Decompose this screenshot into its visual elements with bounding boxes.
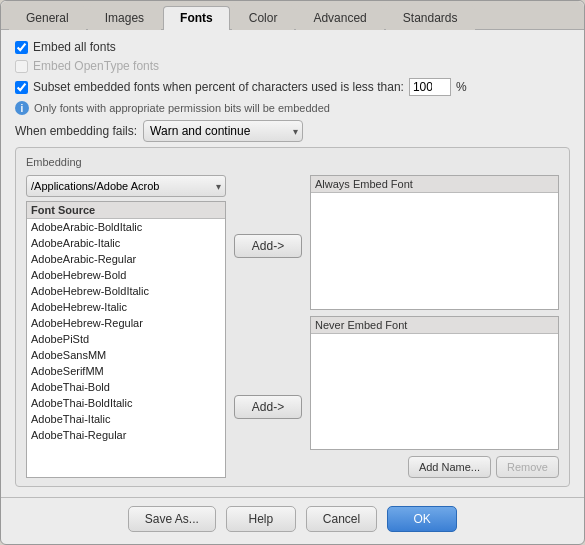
font-list-container[interactable]: Font Source AdobeArabic-BoldItalic Adobe…	[26, 201, 226, 478]
subset-value-input[interactable]	[409, 78, 451, 96]
always-embed-content[interactable]	[311, 193, 558, 309]
left-panel: /Applications/Adobe Acrob Font Source Ad…	[26, 175, 226, 478]
tab-advanced[interactable]: Advanced	[296, 6, 383, 30]
save-as-button[interactable]: Save As...	[128, 506, 216, 532]
list-item[interactable]: AdobeHebrew-BoldItalic	[27, 283, 225, 299]
list-item[interactable]: AdobePiStd	[27, 331, 225, 347]
embedding-title: Embedding	[26, 156, 559, 168]
path-select[interactable]: /Applications/Adobe Acrob	[26, 175, 226, 197]
tab-fonts[interactable]: Fonts	[163, 6, 230, 30]
embedding-inner: /Applications/Adobe Acrob Font Source Ad…	[26, 175, 559, 478]
info-icon: i	[15, 101, 29, 115]
embed-all-fonts-label: Embed all fonts	[33, 40, 116, 54]
tab-images[interactable]: Images	[88, 6, 161, 30]
middle-buttons: Add-> Add->	[234, 175, 302, 478]
list-item[interactable]: AdobeArabic-Italic	[27, 235, 225, 251]
always-embed-box: Always Embed Font	[310, 175, 559, 310]
subset-checkbox[interactable]	[15, 81, 28, 94]
embed-opentype-label: Embed OpenType fonts	[33, 59, 159, 73]
info-text: Only fonts with appropriate permission b…	[34, 102, 330, 114]
tab-bar: General Images Fonts Color Advanced Stan…	[1, 1, 584, 30]
embed-actions: Add Name... Remove	[310, 456, 559, 478]
list-item[interactable]: AdobeArabic-Regular	[27, 251, 225, 267]
bottom-bar: Save As... Help Cancel OK	[1, 497, 584, 544]
list-item[interactable]: AdobeThai-Regular	[27, 427, 225, 443]
list-item[interactable]: AdobeThai-Italic	[27, 411, 225, 427]
list-item[interactable]: AdobeSerifMM	[27, 363, 225, 379]
list-item[interactable]: AdobeHebrew-Bold	[27, 267, 225, 283]
ok-button[interactable]: OK	[387, 506, 457, 532]
list-item[interactable]: AdobeSansMM	[27, 347, 225, 363]
tab-color[interactable]: Color	[232, 6, 295, 30]
list-item[interactable]: AdobeThai-BoldItalic	[27, 395, 225, 411]
tab-general[interactable]: General	[9, 6, 86, 30]
embed-fail-dropdown-wrapper: Warn and continue Cancel job Ignore	[143, 120, 303, 142]
list-item[interactable]: AdobeHebrew-Regular	[27, 315, 225, 331]
dialog: General Images Fonts Color Advanced Stan…	[0, 0, 585, 545]
add-always-embed-button[interactable]: Add->	[234, 234, 302, 258]
embed-fail-row: When embedding fails: Warn and continue …	[15, 120, 570, 142]
subset-label: Subset embedded fonts when percent of ch…	[33, 80, 404, 94]
list-item[interactable]: AdobeThai-Bold	[27, 379, 225, 395]
subset-row: Subset embedded fonts when percent of ch…	[15, 78, 570, 96]
font-source-header[interactable]: Font Source	[27, 202, 225, 219]
remove-button[interactable]: Remove	[496, 456, 559, 478]
cancel-button[interactable]: Cancel	[306, 506, 377, 532]
embed-all-fonts-checkbox[interactable]	[15, 41, 28, 54]
tab-standards[interactable]: Standards	[386, 6, 475, 30]
never-embed-header: Never Embed Font	[311, 317, 558, 334]
list-item[interactable]: AdobeArabic-BoldItalic	[27, 219, 225, 235]
info-row: i Only fonts with appropriate permission…	[15, 101, 570, 115]
never-embed-content[interactable]	[311, 334, 558, 450]
help-button[interactable]: Help	[226, 506, 296, 532]
content-area: Embed all fonts Embed OpenType fonts Sub…	[1, 30, 584, 497]
path-dropdown-wrapper: /Applications/Adobe Acrob	[26, 175, 226, 197]
never-embed-box: Never Embed Font	[310, 316, 559, 451]
embedding-section: Embedding /Applications/Adobe Acrob Font…	[15, 147, 570, 487]
embed-opentype-row: Embed OpenType fonts	[15, 59, 570, 73]
embed-fail-label: When embedding fails:	[15, 124, 137, 138]
always-embed-header: Always Embed Font	[311, 176, 558, 193]
embed-fail-select[interactable]: Warn and continue Cancel job Ignore	[143, 120, 303, 142]
embed-all-fonts-row: Embed all fonts	[15, 40, 570, 54]
add-name-button[interactable]: Add Name...	[408, 456, 491, 478]
font-list: AdobeArabic-BoldItalic AdobeArabic-Itali…	[27, 219, 225, 443]
right-panel: Always Embed Font Never Embed Font Add N…	[310, 175, 559, 478]
list-item[interactable]: AdobeHebrew-Italic	[27, 299, 225, 315]
embed-opentype-checkbox[interactable]	[15, 60, 28, 73]
add-never-embed-button[interactable]: Add->	[234, 395, 302, 419]
subset-percent: %	[456, 80, 467, 94]
